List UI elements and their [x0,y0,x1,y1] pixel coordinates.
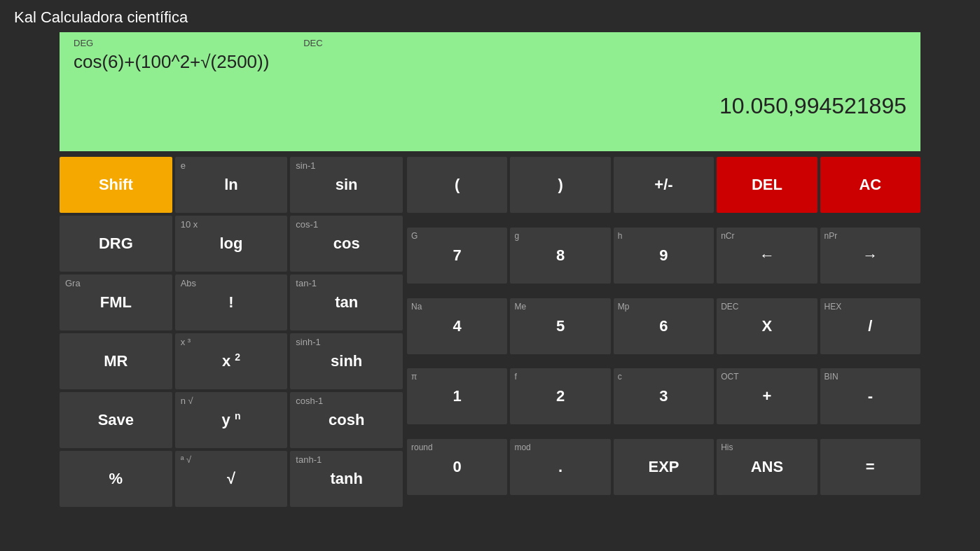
btn-yn[interactable]: n √y n [175,392,288,448]
btn-6[interactable]: Mp6 [614,298,714,354]
right-panel: ()+/-DELACG7g8h9nCr←nPr→Na4Me5Mp6DECXHEX… [407,157,920,507]
btn-plus-minus[interactable]: +/- [614,157,714,213]
btn-dot[interactable]: mod. [510,439,610,495]
expression-display: cos(6)+(100^2+√(2500)) [74,51,906,79]
deg-label: DEG [74,38,93,48]
btn-9[interactable]: h9 [614,228,714,284]
btn-xsquared[interactable]: x ³x 2 [175,333,288,389]
app-title: Kal Calculadora científica [0,0,980,32]
btn-save[interactable]: Save [60,392,172,448]
btn-equals[interactable]: = [820,439,920,495]
btn-ans[interactable]: HisANS [717,439,817,495]
btn-arrow-left[interactable]: nCr← [717,228,817,284]
btn-factorial[interactable]: Abs! [175,274,288,330]
dec-label: DEC [303,38,322,48]
btn-1[interactable]: π1 [407,368,507,424]
btn-tanh[interactable]: tanh-1tanh [290,451,403,507]
btn-drg[interactable]: DRG [60,216,172,272]
btn-sinh[interactable]: sinh-1sinh [290,333,403,389]
btn-cosh[interactable]: cosh-1cosh [290,392,403,448]
btn-4[interactable]: Na4 [407,298,507,354]
btn-divide[interactable]: HEX/ [820,298,920,354]
btn-exp[interactable]: EXP [614,439,714,495]
btn-percent[interactable]: % [60,451,172,507]
btn-shift[interactable]: Shift [60,157,172,213]
btn-minus[interactable]: BIN- [820,368,920,424]
btn-fml[interactable]: GraFML [60,274,172,330]
btn-sqrt[interactable]: ª √√ [175,451,288,507]
btn-tan[interactable]: tan-1tan [290,274,403,330]
btn-plus[interactable]: OCT+ [717,368,817,424]
btn-ac[interactable]: AC [820,157,920,213]
btn-5[interactable]: Me5 [510,298,610,354]
btn-2[interactable]: f2 [510,368,610,424]
btn-close-paren[interactable]: ) [510,157,610,213]
btn-mr[interactable]: MR [60,333,172,389]
btn-multiply[interactable]: DECX [717,298,817,354]
btn-7[interactable]: G7 [407,228,507,284]
display: DEG DEC cos(6)+(100^2+√(2500)) 10.050,99… [60,32,920,151]
btn-sin[interactable]: sin-1sin [290,157,403,213]
btn-del[interactable]: DEL [717,157,817,213]
btn-0[interactable]: round0 [407,439,507,495]
btn-3[interactable]: c3 [614,368,714,424]
left-panel: Shiftelnsin-1sinDRG10 xlogcos-1cosGraFML… [60,157,403,507]
btn-ln[interactable]: eln [175,157,288,213]
btn-cos[interactable]: cos-1cos [290,216,403,272]
btn-arrow-right[interactable]: nPr→ [820,228,920,284]
result-display: 10.050,994521895 [74,93,906,119]
btn-log[interactable]: 10 xlog [175,216,288,272]
btn-8[interactable]: g8 [510,228,610,284]
btn-open-paren[interactable]: ( [407,157,507,213]
